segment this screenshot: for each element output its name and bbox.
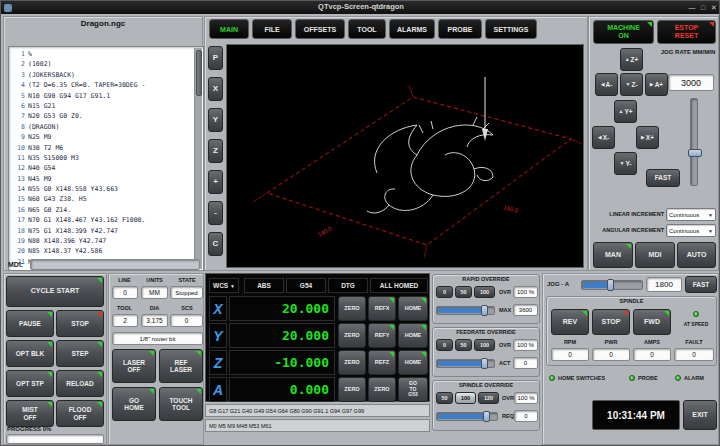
gcode-line[interactable]: 14 N55 G0 X148.558 Y43.663 — [11, 184, 195, 194]
jog-a-plus-button[interactable]: ▶A+ — [645, 73, 668, 96]
gcode-viewer[interactable]: 1 % 2 (1002) 3 (JOKERSBACK) 4 — [8, 46, 204, 271]
jog-rate-slider[interactable] — [690, 98, 698, 186]
wcs-dropdown[interactable]: WCS ▼ — [209, 278, 239, 293]
gcode-line[interactable]: 6 N15 G21 — [11, 101, 195, 111]
gcode-line[interactable]: 10 N30 T2 M6 — [11, 143, 195, 153]
jog-y-minus-button[interactable]: ▼Y- — [614, 152, 637, 175]
gcode-line[interactable]: 15 N60 G43 Z38. H5 — [11, 194, 195, 204]
pause-button[interactable]: PAUSE — [6, 310, 54, 337]
view-button-x[interactable]: X — [208, 77, 223, 101]
spindle-override-slider[interactable] — [436, 412, 498, 421]
gcode-line[interactable]: 16 N65 G0 Z14. — [11, 205, 195, 215]
ref-x-button[interactable]: REFX — [368, 296, 396, 321]
gcode-line[interactable]: 8 (DRAGON) — [11, 122, 195, 132]
touch-tool-button[interactable]: TOUCH TOOL — [159, 387, 203, 421]
gcode-line[interactable]: 3 (JOKERSBACK) — [11, 70, 195, 80]
mode-auto-button[interactable]: AUTO — [677, 242, 716, 268]
rapid-override-slider-handle[interactable] — [481, 305, 488, 316]
gcode-scrollbar[interactable] — [194, 48, 202, 269]
jog-a-slider[interactable] — [581, 280, 643, 290]
jog-rate-slider-handle[interactable] — [688, 149, 702, 157]
feedrate-override-slider-handle[interactable] — [481, 358, 488, 369]
gcode-scrollbar-handle[interactable] — [196, 50, 202, 96]
jog-x-plus-button[interactable]: ▶X+ — [636, 126, 659, 149]
spindle-stop-button[interactable]: STOP — [592, 309, 630, 335]
jog-z-minus-button[interactable]: ▼Z- — [620, 73, 643, 96]
angular-increment-select[interactable]: Continuous▼ — [666, 224, 716, 237]
g54-button[interactable]: G54 — [286, 278, 326, 293]
zero-x-button[interactable]: ZERO — [338, 296, 366, 321]
rapid-preset-0[interactable]: 0 — [436, 286, 453, 298]
tab-settings[interactable]: SETTINGS — [485, 19, 537, 39]
zero-a2-button[interactable]: ZERO — [368, 377, 396, 402]
view-button-y[interactable]: Y — [208, 108, 223, 132]
go-to-g53-button[interactable]: GO TO G53 — [398, 377, 428, 402]
tab-probe[interactable]: PROBE — [438, 19, 482, 39]
home-y-button[interactable]: HOME — [398, 323, 428, 348]
jog-y-plus-button[interactable]: ▲Y+ — [614, 100, 637, 123]
close-icon[interactable]: ✕ — [709, 3, 719, 13]
tab-tool[interactable]: TOOL — [348, 19, 386, 39]
linear-increment-select[interactable]: Continuous▼ — [666, 208, 716, 221]
zero-a-button[interactable]: ZERO — [338, 377, 366, 402]
gcode-line[interactable]: 5 N10 G90 G94 G17 G91.1 — [11, 91, 195, 101]
spindle-preset-50[interactable]: 50 — [436, 392, 453, 404]
jog-a-minus-button[interactable]: ◀A- — [595, 73, 618, 96]
title-bar[interactable]: QTvcp-Screen-qtdragon — □ ✕ — [1, 1, 720, 14]
jog-a-fast-button[interactable]: FAST — [685, 276, 717, 293]
zero-y-button[interactable]: ZERO — [338, 323, 366, 348]
spindle-fwd-button[interactable]: FWD — [633, 309, 671, 335]
gcode-line[interactable]: 13 N45 M9 — [11, 174, 195, 184]
tab-alarms[interactable]: ALARMS — [389, 19, 435, 39]
reload-button[interactable]: RELOAD — [56, 370, 104, 397]
feed-preset-100[interactable]: 100 — [474, 339, 495, 351]
spindle-rev-button[interactable]: REV — [551, 309, 589, 335]
clear-view-button[interactable]: C — [208, 232, 223, 256]
view-button-z[interactable]: Z — [208, 139, 223, 163]
go-home-button[interactable]: GO HOME — [112, 387, 156, 421]
home-x-button[interactable]: HOME — [398, 296, 428, 321]
jog-fast-button[interactable]: FAST — [646, 169, 680, 187]
jog-a-slider-handle[interactable] — [607, 279, 614, 291]
rapid-preset-50[interactable]: 50 — [455, 286, 472, 298]
cycle-start-button[interactable]: CYCLE START — [6, 276, 104, 307]
gcode-line[interactable]: 1 % — [11, 49, 195, 59]
dtg-button[interactable]: DTG — [328, 278, 368, 293]
gcode-line[interactable]: 17 N70 G1 X148.467 Y43.162 F1000. — [11, 215, 195, 225]
tab-file[interactable]: FILE — [252, 19, 292, 39]
spindle-preset-120[interactable]: 120 — [478, 392, 499, 404]
estop-reset-button[interactable]: ESTOP RESET — [657, 20, 716, 44]
zoom-in-button[interactable]: + — [208, 170, 223, 194]
tab-offsets[interactable]: OFFSETS — [295, 19, 345, 39]
laser-button[interactable]: LASER OFF — [112, 349, 156, 383]
spindle-override-slider-handle[interactable] — [483, 411, 490, 422]
gcode-line[interactable]: 20 N85 X148.37 Y42.586 — [11, 246, 195, 256]
gcode-line[interactable]: 19 N80 X148.396 Y42.747 — [11, 236, 195, 246]
gcode-line[interactable]: 9 N25 M9 — [11, 132, 195, 142]
flood-button[interactable]: FLOOD OFF — [56, 400, 104, 427]
gcode-line[interactable]: 7 N20 G53 G0 Z0. — [11, 111, 195, 121]
ref-y-button[interactable]: REFY — [368, 323, 396, 348]
mode-man-button[interactable]: MAN — [593, 242, 633, 268]
optional-stop-button[interactable]: OPT STP — [6, 370, 54, 397]
ref-laser-button[interactable]: REF LASER — [159, 349, 203, 383]
zoom-out-button[interactable]: - — [208, 201, 223, 225]
maximize-icon[interactable]: □ — [698, 3, 708, 13]
gcode-line[interactable]: 11 N35 S15000 M3 — [11, 153, 195, 163]
gremlin-3d-preview[interactable]: 140.0 160.0 — [226, 44, 584, 268]
mode-mdi-button[interactable]: MDI — [635, 242, 675, 268]
view-button-perspective[interactable]: P — [208, 46, 223, 70]
minimize-icon[interactable]: — — [687, 3, 697, 13]
rapid-preset-100[interactable]: 100 — [474, 286, 495, 298]
machine-on-button[interactable]: MACHINE ON — [593, 20, 654, 44]
tab-main[interactable]: MAIN — [209, 19, 249, 39]
abs-button[interactable]: ABS — [244, 278, 284, 293]
step-button[interactable]: STEP — [56, 340, 104, 367]
spindle-preset-100[interactable]: 100 — [455, 392, 476, 404]
feed-preset-0[interactable]: 0 — [436, 339, 453, 351]
feedrate-override-slider[interactable] — [436, 359, 495, 368]
feed-preset-50[interactable]: 50 — [455, 339, 472, 351]
gcode-line[interactable]: 18 N75 G1 X148.399 Y42.747 — [11, 226, 195, 236]
mist-button[interactable]: MIST OFF — [6, 400, 54, 427]
rapid-override-slider[interactable] — [436, 306, 495, 315]
